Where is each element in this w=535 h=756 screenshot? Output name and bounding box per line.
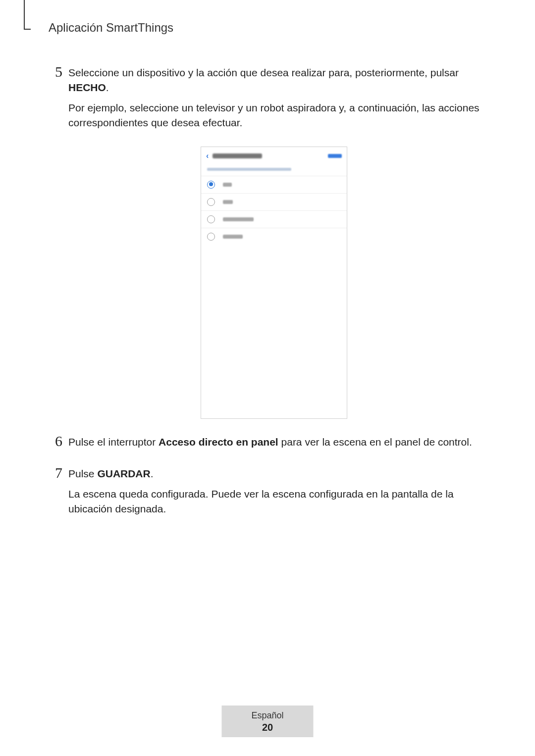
step-6: 6 Pulse el interruptor Acceso directo en… — [49, 434, 499, 454]
step-body: Seleccione un dispositivo y la acción qu… — [68, 64, 499, 136]
radio-icon — [207, 233, 215, 241]
step6-line: Pulse el interruptor Acceso directo en p… — [68, 435, 499, 450]
step-body: Pulse GUARDAR. La escena queda configura… — [68, 465, 499, 521]
step-number: 7 — [49, 465, 62, 480]
step-number: 5 — [49, 64, 62, 79]
page-content: Aplicación SmartThings 5 Seleccione un d… — [0, 0, 535, 522]
phone-option — [201, 210, 347, 228]
radio-icon — [207, 198, 215, 206]
phone-action-placeholder — [328, 154, 342, 158]
back-icon: ‹ — [206, 151, 209, 160]
footer-page-number: 20 — [251, 722, 283, 733]
step-body: Pulse el interruptor Acceso directo en p… — [68, 434, 499, 454]
step-5: 5 Seleccione un dispositivo y la acción … — [49, 64, 499, 136]
phone-title-placeholder — [213, 153, 262, 158]
phone-screenshot: ‹ — [201, 147, 347, 419]
step7-line1: Pulse GUARDAR. — [68, 466, 499, 481]
step5-line2: Por ejemplo, seleccione un televisor y u… — [68, 101, 499, 131]
radio-icon — [207, 215, 215, 223]
corner-mark — [24, 0, 31, 30]
footer-language: Español — [251, 710, 283, 721]
phone-option — [201, 193, 347, 210]
phone-option — [201, 228, 347, 245]
phone-subtext-placeholder — [207, 168, 291, 171]
option-text-placeholder — [223, 235, 243, 239]
phone-option — [201, 176, 347, 193]
step5-line1: Seleccione un dispositivo y la acción qu… — [68, 65, 499, 96]
step-number: 6 — [49, 434, 62, 449]
radio-icon — [207, 181, 215, 189]
step-7: 7 Pulse GUARDAR. La escena queda configu… — [49, 465, 499, 521]
option-text-placeholder — [223, 200, 233, 204]
phone-subheader — [201, 165, 347, 176]
option-text-placeholder — [223, 183, 232, 187]
page-footer: Español 20 — [221, 706, 313, 737]
phone-options-list — [201, 176, 347, 245]
chapter-title: Aplicación SmartThings — [49, 21, 499, 35]
step7-line2: La escena queda configurada. Puede ver l… — [68, 487, 499, 517]
phone-header: ‹ — [201, 147, 347, 165]
option-text-placeholder — [223, 217, 254, 221]
